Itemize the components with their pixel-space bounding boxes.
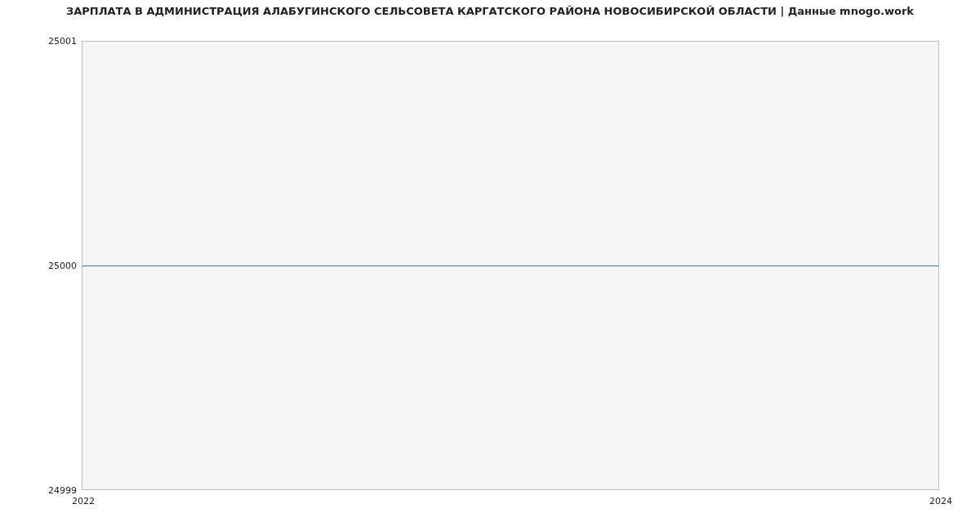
y-tick-max: 25001 [3,37,77,46]
plot-area [82,41,939,490]
line-chart: ЗАРПЛАТА В АДМИНИСТРАЦИЯ АЛАБУГИНСКОГО С… [0,0,980,531]
x-tick-end: 2024 [929,497,952,506]
chart-title: ЗАРПЛАТА В АДМИНИСТРАЦИЯ АЛАБУГИНСКОГО С… [0,5,980,17]
y-tick-min: 24999 [3,486,77,495]
y-tick-mid: 25000 [3,261,77,270]
series-line-salary [82,266,938,266]
x-tick-start: 2022 [72,497,95,506]
